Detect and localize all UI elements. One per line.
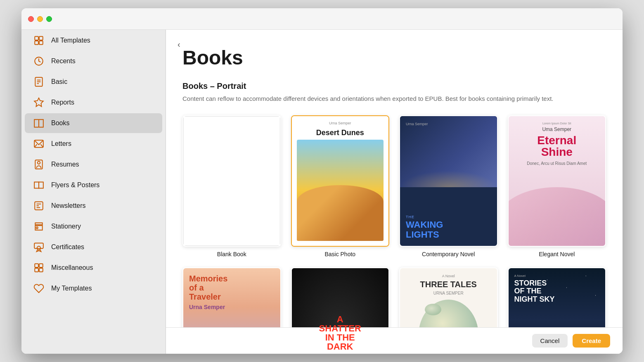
desert-dunes-preview: Urna Semper Desert Dunes [292,116,389,246]
sidebar-item-certificates[interactable]: Certificates [25,237,162,257]
svg-rect-2 [35,41,38,45]
main-inner: ‹ Books Books – Portrait Content can ref… [166,30,623,354]
sidebar-item-my-templates[interactable]: My Templates [25,279,162,298]
svg-point-21 [37,246,41,250]
flyers-icon [33,179,45,191]
grid-icon [33,35,45,46]
template-item-elegant-novel[interactable]: Lorem Ipsum Dolor Sit Uma Semper Eternal… [508,115,606,257]
traffic-lights [28,16,52,22]
template-name-blank-book: Blank Book [217,251,246,257]
bottom-bar: Cancel Create [166,327,623,354]
sidebar-item-label: Basic [51,78,67,86]
template-thumb-contemporary-novel: Urna Semper THE WAKINGLIGHTS [399,115,498,247]
elegant-novel-preview: Lorem Ipsum Dolor Sit Uma Semper Eternal… [509,116,606,246]
minimize-button[interactable] [37,16,43,22]
svg-rect-1 [39,36,43,40]
fullscreen-button[interactable] [46,16,52,22]
sidebar-item-reports[interactable]: Reports [25,93,162,112]
sidebar-item-label: Books [51,119,69,127]
sidebar-item-flyers-posters[interactable]: Flyers & Posters [25,175,162,195]
svg-point-20 [36,227,38,229]
book-icon [33,117,45,129]
section-description: Content can reflow to accommodate differ… [182,94,554,104]
svg-rect-24 [39,264,43,267]
stationery-icon [33,221,45,232]
sidebar-item-recents[interactable]: Recents [25,51,162,71]
svg-rect-23 [35,264,38,267]
sidebar-item-label: Flyers & Posters [51,181,99,189]
sidebar-item-miscellaneous[interactable]: Miscellaneous [25,258,162,278]
badge-icon [33,97,45,108]
heart-icon [33,283,45,294]
sidebar-item-label: Letters [51,140,71,148]
sidebar-item-label: Stationery [51,223,81,230]
misc-icon [33,262,45,274]
template-thumb-blank-book [182,115,281,247]
sidebar-item-books[interactable]: Books [25,113,162,133]
newsletter-icon [33,200,45,212]
sidebar-item-all-templates[interactable]: All Templates [25,31,162,50]
sidebar-item-label: Reports [51,99,74,106]
sidebar-item-label: Certificates [51,243,84,251]
resume-icon [33,159,45,170]
sidebar-item-label: Miscellaneous [51,264,93,272]
svg-rect-3 [39,41,43,45]
sidebar-item-stationery[interactable]: Stationery [25,217,162,236]
clock-icon [33,55,45,67]
svg-point-15 [38,161,40,164]
svg-rect-26 [39,268,43,272]
template-item-contemporary-novel[interactable]: Urna Semper THE WAKINGLIGHTS Contemporar… [399,115,498,257]
sidebar-item-label: Newsletters [51,202,86,210]
certificate-icon [33,241,45,253]
template-name-elegant-novel: Elegant Novel [539,251,575,257]
svg-rect-22 [34,243,43,248]
doc-icon [33,76,45,88]
template-name-contemporary-novel: Contemporary Novel [422,251,475,257]
sidebar-item-label: My Templates [51,285,92,292]
contemporary-novel-preview: Urna Semper THE WAKINGLIGHTS [400,116,497,246]
templates-grid-row1: Blank Book Urna Semper Desert Dunes Bas [182,115,606,257]
back-button[interactable]: ‹ [174,38,184,51]
sidebar-item-newsletters[interactable]: Newsletters [25,196,162,216]
sidebar-item-label: Resumes [51,161,79,168]
close-button[interactable] [28,16,34,22]
template-thumb-elegant-novel: Lorem Ipsum Dolor Sit Uma Semper Eternal… [508,115,606,247]
svg-rect-25 [35,268,38,272]
svg-marker-9 [34,98,43,107]
sidebar-item-basic[interactable]: Basic [25,72,162,92]
sidebar-item-label: Recents [51,57,76,65]
titlebar [21,8,623,30]
app-window: All Templates Recents Basic [21,8,623,354]
create-button[interactable]: Create [573,334,610,348]
sidebar-item-resumes[interactable]: Resumes [25,155,162,174]
sidebar-item-label: All Templates [51,37,90,44]
page-title: Books [182,42,606,69]
main-content: ‹ Books Books – Portrait Content can ref… [166,8,623,354]
template-item-blank-book[interactable]: Blank Book [182,115,281,257]
sidebar: All Templates Recents Basic [21,8,166,354]
cancel-button[interactable]: Cancel [532,334,568,348]
template-thumb-basic-photo: Urna Semper Desert Dunes [291,115,390,247]
blank-book-preview [183,116,280,246]
letters-icon [33,138,45,150]
svg-rect-0 [35,36,38,40]
sidebar-item-letters[interactable]: Letters [25,134,162,154]
template-item-basic-photo[interactable]: Urna Semper Desert Dunes Basic Photo [291,115,390,257]
template-name-basic-photo: Basic Photo [324,251,355,257]
section-title: Books – Portrait [182,81,606,91]
